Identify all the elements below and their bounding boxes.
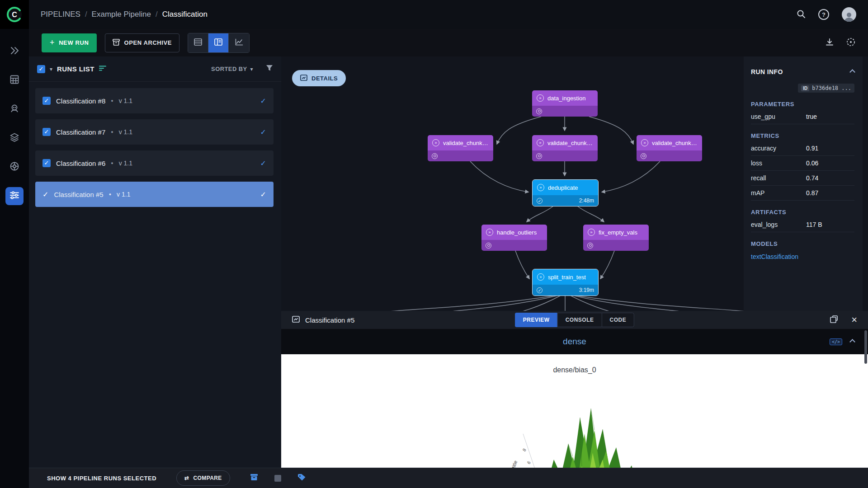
param-label: use_gpu	[751, 113, 806, 120]
step-type-icon: »	[432, 139, 439, 146]
models-icon	[10, 133, 19, 144]
status-pending-icon	[536, 108, 542, 114]
metric-label: accuracy	[751, 145, 806, 152]
compare-button[interactable]: ⇄ COMPARE	[176, 470, 230, 486]
run-checkbox[interactable]	[42, 97, 51, 105]
workers-icon	[10, 104, 19, 115]
run-check-icon: ✓	[260, 97, 266, 105]
metric-label: recall	[751, 174, 806, 182]
swap-icon: ⇄	[184, 475, 189, 481]
model-link[interactable]: textClassification	[751, 249, 854, 264]
sorted-by-dropdown[interactable]: SORTED BY ▾	[211, 66, 253, 72]
node-label: validate_chunk_3	[443, 140, 489, 146]
sidebar-item-models[interactable]	[5, 129, 24, 147]
node-label: data_ingestion	[547, 95, 586, 102]
run-name: Classification #5	[54, 191, 103, 198]
status-completed-icon	[537, 287, 542, 293]
select-all-checkbox[interactable]	[37, 65, 45, 73]
run-id-value: b736de18 ...	[812, 85, 851, 91]
clearml-logo[interactable]: C	[0, 0, 29, 29]
open-archive-label: OPEN ARCHIVE	[124, 39, 172, 46]
bullet-icon: ●	[111, 161, 113, 165]
sidebar-item-datasets[interactable]	[5, 71, 24, 89]
plot-axis-label: title	[510, 460, 518, 468]
sidebar-item-projects[interactable]	[5, 42, 24, 61]
node-data-ingestion[interactable]: » data_ingestion	[532, 90, 598, 117]
node-validate-chunk-3[interactable]: » validate_chunk_3	[428, 135, 493, 161]
breadcrumb: PIPELINES / Example Pipeline / Classific…	[41, 10, 208, 19]
runs-list-header: ▾ RUNS LIST SORTED BY ▾	[29, 56, 281, 82]
archive-selected-icon[interactable]	[250, 474, 258, 483]
tab-preview[interactable]: PREVIEW	[515, 313, 557, 327]
plus-icon: +	[50, 38, 55, 47]
node-label: fix_empty_vals	[599, 229, 637, 236]
collapse-chevron-up-icon[interactable]	[849, 339, 855, 345]
selected-check-icon[interactable]: ✓	[42, 190, 48, 199]
node-label: validate_chunk_1	[652, 140, 698, 146]
user-avatar[interactable]	[842, 7, 856, 22]
code-chip-icon[interactable]: </>	[830, 338, 842, 345]
abort-icon[interactable]	[274, 475, 281, 482]
details-button[interactable]: DETAILS	[292, 70, 346, 86]
run-version: v 1.1	[119, 128, 132, 136]
metric-group-bar[interactable]: dense </>	[281, 329, 868, 354]
sidebar-item-pipelines[interactable]	[5, 187, 24, 205]
run-item-classification-6[interactable]: Classification #6 ● v 1.1 ✓	[35, 150, 274, 176]
sidebar-item-workers[interactable]	[5, 100, 24, 118]
node-split-train-test[interactable]: » split_train_test 3:19m	[533, 269, 598, 296]
open-in-window-icon[interactable]	[830, 315, 838, 325]
sort-icon[interactable]	[99, 65, 106, 73]
run-item-classification-8[interactable]: Classification #8 ● v 1.1 ✓	[35, 88, 274, 113]
split-view-toggle[interactable]	[208, 33, 229, 52]
param-value: true	[806, 113, 817, 120]
node-label: handle_outliers	[497, 229, 537, 236]
tab-code[interactable]: CODE	[602, 313, 635, 327]
selection-count-text: SHOW 4 PIPELINE RUNS SELECTED	[47, 475, 156, 482]
run-info-title: RUN INFO	[751, 68, 783, 75]
run-checkbox[interactable]	[42, 159, 51, 167]
help-icon: ?	[818, 9, 829, 20]
status-completed-icon	[537, 198, 542, 204]
filter-button[interactable]	[266, 65, 273, 73]
preview-icon	[292, 316, 300, 324]
artifact-value: 117 B	[806, 221, 822, 228]
close-icon[interactable]: ×	[851, 315, 857, 325]
node-validate-chunk-1[interactable]: » validate_chunk_1	[637, 135, 702, 161]
sidebar-item-applications[interactable]	[5, 158, 24, 176]
download-icon	[826, 38, 834, 47]
resource-monitor-button[interactable]	[846, 38, 855, 48]
open-archive-button[interactable]: OPEN ARCHIVE	[105, 33, 179, 52]
node-validate-chunk-2[interactable]: » validate_chunk_2	[532, 135, 598, 161]
search-button[interactable]	[797, 9, 806, 20]
run-version: v 1.1	[119, 97, 132, 104]
details-preview-icon	[300, 75, 307, 82]
applications-icon	[10, 162, 19, 173]
download-button[interactable]	[826, 38, 834, 47]
select-dropdown-caret-icon[interactable]: ▾	[50, 66, 52, 72]
breadcrumb-example-pipeline[interactable]: Example Pipeline	[92, 10, 151, 19]
step-type-icon: »	[537, 94, 544, 102]
table-view-toggle[interactable]	[188, 33, 208, 52]
chart-view-toggle[interactable]	[229, 33, 249, 52]
run-name: Classification #6	[56, 160, 105, 167]
run-id-chip[interactable]: ID b736de18 ...	[798, 84, 854, 93]
preview-run-title: Classification #5	[305, 316, 354, 324]
run-item-classification-5-selected[interactable]: ✓ Classification #5 ● v 1.1 ✓	[35, 182, 274, 207]
run-item-classification-7[interactable]: Classification #7 ● v 1.1 ✓	[35, 119, 274, 145]
collapse-chevron-up-icon[interactable]	[849, 69, 855, 75]
metric-row: mAP 0.87	[751, 186, 854, 201]
breadcrumb-separator: /	[156, 10, 158, 19]
node-fix-empty-vals[interactable]: » fix_empty_vals	[583, 225, 649, 251]
section-metrics: METRICS	[751, 132, 854, 139]
node-deduplicate[interactable]: » deduplicate 2:48m	[533, 180, 598, 206]
vertical-scrollbar-thumb[interactable]	[864, 330, 867, 364]
help-button[interactable]: ?	[818, 9, 829, 20]
run-checkbox[interactable]	[42, 128, 51, 136]
tag-icon[interactable]	[297, 474, 306, 483]
breadcrumb-pipelines[interactable]: PIPELINES	[41, 10, 80, 19]
metric-label: loss	[751, 160, 806, 167]
node-handle-outliers[interactable]: » handle_outliers	[481, 225, 547, 251]
surface-plot[interactable]: 8 6 4 title	[457, 376, 692, 468]
tab-console[interactable]: CONSOLE	[557, 313, 602, 327]
new-run-button[interactable]: + NEW RUN	[42, 33, 97, 52]
